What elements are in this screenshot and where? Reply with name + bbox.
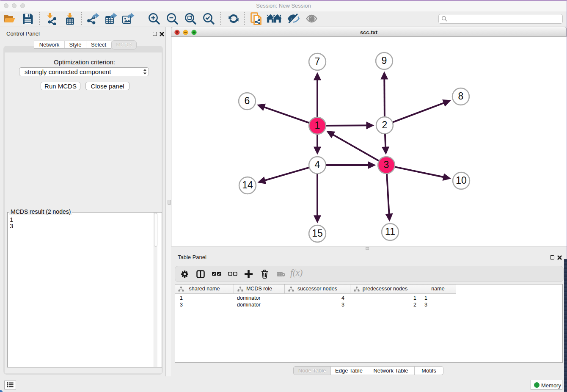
svg-text:7: 7 xyxy=(315,56,320,67)
svg-text:6: 6 xyxy=(245,95,250,106)
svg-text:11: 11 xyxy=(385,226,395,237)
svg-text:10: 10 xyxy=(456,175,467,186)
svg-text:9: 9 xyxy=(382,55,387,66)
svg-text:2: 2 xyxy=(382,119,388,130)
svg-text:1: 1 xyxy=(315,120,320,131)
svg-text:4: 4 xyxy=(315,159,320,170)
svg-text:14: 14 xyxy=(242,179,253,190)
svg-text:15: 15 xyxy=(312,228,323,239)
svg-text:3: 3 xyxy=(384,159,389,170)
svg-text:8: 8 xyxy=(458,91,464,102)
